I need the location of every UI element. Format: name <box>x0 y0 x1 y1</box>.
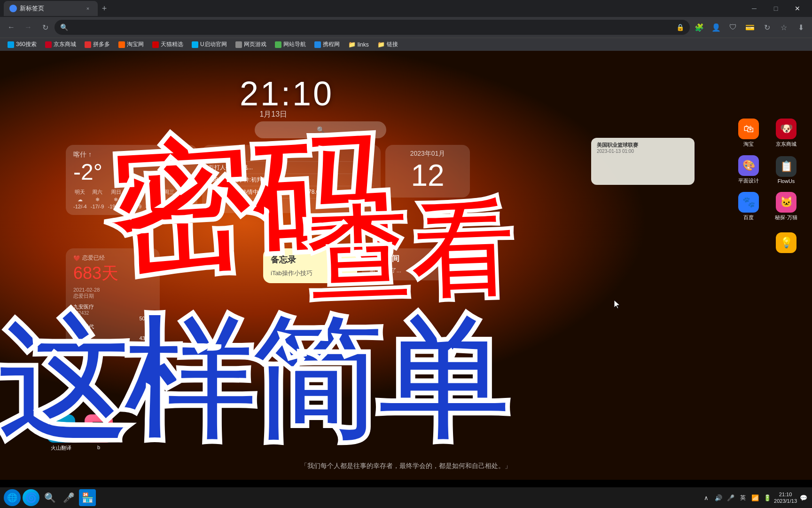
tray-language-icon[interactable]: 英 <box>738 493 748 502</box>
bookmark-tmall[interactable]: 天猫精选 <box>148 40 187 49</box>
weather-day-4-label: 周一 <box>130 189 140 196</box>
tray-battery-icon[interactable]: 🔋 <box>763 493 772 502</box>
weather-day-4-icon: ❄ <box>133 197 137 203</box>
back-button[interactable]: ← <box>4 20 19 35</box>
bookmark-jd[interactable]: 京东商城 <box>41 40 80 49</box>
tray-network-icon[interactable]: 📶 <box>750 493 760 502</box>
phone-date: 1月13日 <box>259 110 287 119</box>
bookmark-games-label: 网页游戏 <box>244 40 266 48</box>
bottom-quote: 「我们每个人都是往事的幸存者，最终学会的，都是如何和自己相处。」 <box>301 462 511 470</box>
weather-day-6-label: 周三 <box>164 189 174 196</box>
bookmark-jd-label: 京东商城 <box>54 40 76 48</box>
app-volcano[interactable]: 🌋 火山翻译 <box>47 414 75 452</box>
tray-chevron-icon[interactable]: ∧ <box>702 493 711 502</box>
bookmark-games-icon <box>235 41 242 48</box>
bookmark-chain-folder-icon: 📁 <box>377 41 385 48</box>
weather-day-3: 周日 ❄ -19/-10 <box>108 189 125 209</box>
taskbar-search-icon[interactable]: 🔍 <box>41 489 58 506</box>
weather-day-5: 周二 ❄ -18/-8 <box>145 189 159 209</box>
profile-icon[interactable]: 👤 <box>709 20 724 35</box>
shield-icon[interactable]: 🛡 <box>726 20 741 35</box>
stock-2-change: 1.32% <box>73 335 88 341</box>
taskbar-store-icon[interactable]: 🏪 <box>79 489 96 506</box>
extension-icon[interactable]: 🧩 <box>692 20 707 35</box>
bookmark-tmall-icon <box>152 41 159 48</box>
bookmark-games[interactable]: 网页游戏 <box>232 40 270 49</box>
maximize-button[interactable]: □ <box>765 0 787 17</box>
app-icon-baidu[interactable]: 🐾 百度 <box>732 190 765 223</box>
taskbar-edge-icon[interactable]: 🌐 <box>4 489 21 506</box>
address-bar[interactable]: 🔍 🔒 <box>55 20 690 35</box>
bookmark-360-icon <box>8 41 14 48</box>
wallet-icon[interactable]: 💳 <box>742 20 757 35</box>
weather-day-5-icon: ❄ <box>150 197 154 203</box>
weather-temp: -2° <box>73 159 190 185</box>
notification-icon[interactable]: 💬 <box>799 493 808 502</box>
jd-label: 京东商城 <box>776 141 796 148</box>
bookmark-star-icon[interactable]: 🔒 <box>676 24 684 31</box>
bookmark-tmall-label: 天猫精选 <box>161 40 183 48</box>
app-icon-jd[interactable]: 🐶 京东商城 <box>770 117 803 150</box>
weather-day-6-icon: ❄ <box>167 197 172 203</box>
bookmark-taobao[interactable]: 淘宝网 <box>115 40 148 49</box>
app-icon-yellow-bulb[interactable]: 💡 <box>770 227 803 260</box>
bookmark-pdd[interactable]: 拼多多 <box>81 40 114 49</box>
news-item-2: 引打人被狗撵逃... <box>209 162 374 174</box>
love-days: 683天 <box>73 262 152 285</box>
app-b[interactable]: 🅱 b <box>85 414 113 452</box>
stock-1-change: -1% <box>73 316 83 321</box>
weather-day-5-temp: -18/-8 <box>145 204 159 209</box>
bookmark-chain-folder[interactable]: 📁 链接 <box>374 40 402 49</box>
taskbar-cortana-icon[interactable]: 🌀 <box>23 489 39 506</box>
weather-widget: 喀什 ↑ -2° 明天 ☁ -12/-4 周六 ❄ -17/-9 周日 ❄ -1… <box>66 145 197 215</box>
news-item-3: 1888万彩礼事件:初判彩礼量... <box>209 174 374 186</box>
app-icon-design[interactable]: 🎨 平面设计 <box>732 153 765 186</box>
star-icon[interactable]: ☆ <box>776 20 791 35</box>
design-label: 平面设计 <box>738 177 759 184</box>
tab-favicon <box>9 5 17 12</box>
app-icon-mystery[interactable]: 🐱 秘探·万猫 <box>770 190 803 223</box>
close-button[interactable]: ✕ <box>787 0 808 17</box>
bulb-icon: 💡 <box>776 232 796 253</box>
minimize-button[interactable]: ─ <box>743 0 765 17</box>
bookmark-uqi[interactable]: U启动官网 <box>188 40 231 49</box>
system-clock[interactable]: 21:10 2023/1/13 <box>774 491 797 505</box>
bookmark-360-label: 360搜索 <box>16 40 37 48</box>
forward-button[interactable]: → <box>21 20 36 35</box>
app-icon-taobao[interactable]: 🛍 淘宝 <box>732 117 765 150</box>
bookmark-ctrip[interactable]: 携程网 <box>311 40 344 49</box>
taobao-label: 淘宝 <box>743 141 754 148</box>
baidu-icon: 🐾 <box>738 192 759 213</box>
tab-close-button[interactable]: × <box>84 4 92 13</box>
app-icons: 🛍 淘宝 🐶 京东商城 🎨 平面设计 📋 FlowUs 🐾 百度 <box>699 117 803 260</box>
bookmark-links-folder[interactable]: 📁 links <box>344 40 373 49</box>
browser-tab[interactable]: 新标签页 × <box>4 1 98 16</box>
new-tab-button[interactable]: + <box>98 2 111 15</box>
reload-icon[interactable]: ↻ <box>759 20 774 35</box>
bookmark-nav-icon <box>275 41 281 48</box>
rest-info: 周三 | 除了... <box>369 267 448 275</box>
bookmark-uqi-label: U启动官网 <box>200 40 227 48</box>
stock-1-info: -1% 50.37 <box>73 316 152 321</box>
stock-2-price: 433.5 <box>139 335 152 341</box>
browser-chrome: 新标签页 × + ─ □ ✕ ← → ↻ 🔍 🔒 🧩 👤 🛡 💳 ↻ ☆ ⬇ <box>0 0 812 51</box>
stock-1-price: 50.37 <box>139 316 152 321</box>
tab-bar: 新标签页 × + ─ □ ✕ <box>0 0 812 17</box>
reload-button[interactable]: ↻ <box>38 20 53 35</box>
bookmark-nav[interactable]: 网站导航 <box>271 40 310 49</box>
stock-1-code: 002432 <box>73 310 152 316</box>
phone-search-bar[interactable]: 🔍 <box>255 121 386 138</box>
weather-day-1-label: 明天 <box>75 189 85 196</box>
calendar-date: 12 <box>392 158 463 193</box>
tray-mic-icon[interactable]: 🎤 <box>726 493 735 502</box>
download-icon[interactable]: ⬇ <box>793 20 808 35</box>
tray-sound-icon[interactable]: 🔊 <box>714 493 723 502</box>
address-input[interactable] <box>72 24 672 31</box>
rest-title: 休息时间 <box>369 254 448 264</box>
tab-label: 新标签页 <box>20 4 81 13</box>
taskbar-mic-icon[interactable]: 🎤 <box>60 489 77 506</box>
bookmark-360[interactable]: 360搜索 <box>4 40 40 49</box>
taobao-icon: 🛍 <box>738 119 759 139</box>
jd-icon: 🐶 <box>776 119 796 139</box>
app-icon-flowus[interactable]: 📋 FlowUs <box>770 153 803 186</box>
